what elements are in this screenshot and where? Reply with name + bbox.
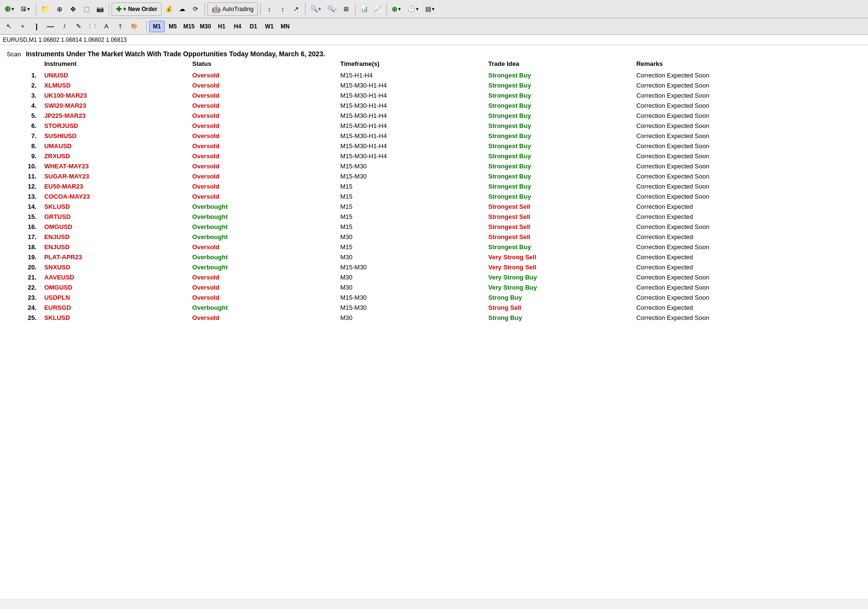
row-trade-idea: Strongest Buy xyxy=(485,80,633,90)
row-instrument[interactable]: SKLUSD xyxy=(40,313,189,323)
tf-drawing-toolbar: ↖ + | — / ✎ ⋮⋮ A T 🎨 M1 M5 M15 M30 H1 H4… xyxy=(0,18,868,35)
crosshair-tool[interactable]: + xyxy=(16,20,29,33)
cloud-btn[interactable]: ☁ xyxy=(176,2,189,16)
row-instrument[interactable]: ENJUSD xyxy=(40,232,189,242)
row-instrument[interactable]: COCOA-MAY23 xyxy=(40,191,189,202)
sep1 xyxy=(36,3,36,15)
chart-type-btn2[interactable]: 📈 xyxy=(371,2,384,16)
color-tool[interactable]: 🎨 xyxy=(128,20,141,33)
chart-align-btn2[interactable]: ↕ xyxy=(277,2,289,16)
move-btn[interactable]: ✥ xyxy=(67,2,79,16)
crosshair-btn[interactable]: ⊕ xyxy=(53,2,66,16)
row-instrument[interactable]: STORJUSD xyxy=(40,121,189,131)
hline-tool[interactable]: — xyxy=(44,20,57,33)
line-tool[interactable]: | xyxy=(30,20,43,33)
row-remarks: Correction Expected Soon xyxy=(632,121,861,131)
text-tool[interactable]: A xyxy=(100,20,113,33)
new-order-btn[interactable]: ✚ + New Order xyxy=(112,2,162,16)
label-tool[interactable]: T xyxy=(114,20,127,33)
add-indicator-btn[interactable]: ⊕ ▼ xyxy=(389,2,404,16)
row-num: 7. xyxy=(7,131,40,141)
row-timeframes: M15 xyxy=(336,222,485,232)
row-instrument[interactable]: SKLUSD xyxy=(40,202,189,212)
autotrading-btn[interactable]: 🤖 AutoTrading xyxy=(207,2,258,16)
table-row: 1.UNIUSDOversoldM15-H1-H4Strongest BuyCo… xyxy=(7,70,861,80)
zoom-in-btn[interactable]: 🔍+ xyxy=(308,2,324,16)
row-num: 2. xyxy=(7,80,40,90)
tf-m15-btn[interactable]: M15 xyxy=(181,21,197,32)
row-instrument[interactable]: OMGUSD xyxy=(40,282,189,292)
main-content: Scan Instruments Under The Market Watch … xyxy=(0,45,868,598)
row-timeframes: M15-M30 xyxy=(336,292,485,303)
tf-mn-btn[interactable]: MN xyxy=(278,21,293,32)
row-instrument[interactable]: SWI20-MAR23 xyxy=(40,101,189,111)
row-status: Oversold xyxy=(189,292,337,303)
row-instrument[interactable]: UK100-MAR23 xyxy=(40,90,189,101)
screenshot-btn[interactable]: 📷 xyxy=(94,2,106,16)
pencil-tool[interactable]: ✎ xyxy=(72,20,85,33)
row-instrument[interactable]: GRTUSD xyxy=(40,212,189,222)
chart-align-icon1: ↕ xyxy=(268,5,271,13)
row-trade-idea: Strongest Buy xyxy=(485,242,633,252)
header-timeframes: Timeframe(s) xyxy=(336,59,485,70)
table-row: 9.ZRXUSDOversoldM15-M30-H1-H4Strongest B… xyxy=(7,151,861,161)
zoom-select-btn[interactable]: ⬚ xyxy=(80,2,93,16)
zoom-out-btn[interactable]: 🔍- xyxy=(325,2,339,16)
row-instrument[interactable]: WHEAT-MAY23 xyxy=(40,161,189,171)
menu-btn[interactable]: ▤ ▼ xyxy=(423,2,438,16)
row-remarks: Correction Expected xyxy=(632,303,861,313)
row-status: Oversold xyxy=(189,181,337,191)
row-timeframes: M15-M30-H1-H4 xyxy=(336,121,485,131)
row-instrument[interactable]: XLMUSD xyxy=(40,80,189,90)
row-remarks: Correction Expected Soon xyxy=(632,272,861,282)
new-chart-btn[interactable]: ⊕ ▼ xyxy=(2,2,17,16)
row-instrument[interactable]: SNXUSD xyxy=(40,262,189,272)
trendline-tool[interactable]: / xyxy=(58,20,71,33)
row-instrument[interactable]: OMGUSD xyxy=(40,222,189,232)
new-order-label: + New Order xyxy=(123,6,157,13)
chart-scroll-btn[interactable]: ↗ xyxy=(290,2,303,16)
cursor-tool[interactable]: ↖ xyxy=(2,20,15,33)
row-instrument[interactable]: SUSHIUSD xyxy=(40,131,189,141)
deposit-btn[interactable]: 💰 xyxy=(163,2,175,16)
tf-d1-btn[interactable]: D1 xyxy=(246,21,261,32)
tf-m1-btn[interactable]: M1 xyxy=(149,21,165,32)
tf-m30-btn[interactable]: M30 xyxy=(197,21,213,32)
row-timeframes: M15 xyxy=(336,212,485,222)
tf-h4-btn[interactable]: H4 xyxy=(230,21,245,32)
row-instrument[interactable]: PLAT-APR23 xyxy=(40,252,189,262)
save-btn[interactable]: 🖫 ▼ xyxy=(18,2,33,16)
row-num: 10. xyxy=(7,161,40,171)
row-instrument[interactable]: UNIUSD xyxy=(40,70,189,80)
row-instrument[interactable]: USDPLN xyxy=(40,292,189,303)
tf-h1-btn[interactable]: H1 xyxy=(214,21,230,32)
crosshair-icon: ⊕ xyxy=(57,5,63,13)
row-instrument[interactable]: SUGAR-MAY23 xyxy=(40,171,189,181)
chart-type-btn1[interactable]: 📊 xyxy=(358,2,370,16)
grid-tool[interactable]: ⋮⋮ xyxy=(86,20,99,33)
row-instrument[interactable]: EU50-MAR23 xyxy=(40,181,189,191)
row-num: 6. xyxy=(7,121,40,131)
row-trade-idea: Very Strong Sell xyxy=(485,252,633,262)
row-instrument[interactable]: EURSGD xyxy=(40,303,189,313)
menu-icon: ▤ xyxy=(425,5,431,13)
row-instrument[interactable]: UMAUSD xyxy=(40,141,189,151)
row-timeframes: M15-M30 xyxy=(336,171,485,181)
row-instrument[interactable]: AAVEUSD xyxy=(40,272,189,282)
split-chart-btn[interactable]: ⊞ xyxy=(340,2,353,16)
row-instrument[interactable]: ENJUSD xyxy=(40,242,189,252)
row-instrument[interactable]: JP225-MAR23 xyxy=(40,111,189,121)
time-btn[interactable]: 🕐 ▼ xyxy=(405,2,422,16)
tf-m5-btn[interactable]: M5 xyxy=(165,21,180,32)
row-status: Overbought xyxy=(189,262,337,272)
time-icon: 🕐 xyxy=(408,5,415,13)
tf-w1-btn[interactable]: W1 xyxy=(262,21,277,32)
header-status: Status xyxy=(189,59,337,70)
row-instrument[interactable]: ZRXUSD xyxy=(40,151,189,161)
autotrading-icon: 🤖 xyxy=(212,5,221,13)
chart-align-btn1[interactable]: ↕ xyxy=(263,2,276,16)
scan-label: Scan xyxy=(7,51,21,58)
news-btn[interactable]: ⟳ xyxy=(190,2,202,16)
open-btn[interactable]: 📁 xyxy=(38,2,52,16)
row-trade-idea: Strongest Sell xyxy=(485,232,633,242)
